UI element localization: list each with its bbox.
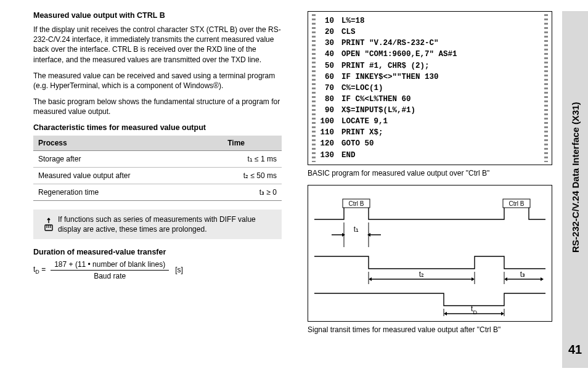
right-column: 10L%=1820CLS30PRINT "V.24/RS-232-C"40OPE… (299, 11, 562, 368)
code-line: 60IF INKEY$<>""THEN 130 (308, 71, 552, 83)
code-line: 100LOCATE 9,1 (308, 116, 552, 127)
para-intro-1: If the display unit receives the control… (33, 25, 282, 65)
svg-text:t₃: t₃ (520, 270, 525, 279)
code-line: 70C%=LOC(1) (308, 83, 552, 94)
page: Measured value output with CTRL B If the… (0, 0, 588, 379)
code-line: 30PRINT "V.24/RS-232-C" (308, 38, 552, 49)
para-intro-3: The basic program below shows the fundam… (33, 97, 282, 116)
th-process: Process (33, 136, 190, 151)
code-line: 90X$=INPUT$(L%,#1) (308, 105, 552, 116)
code-line: 50PRINT #1, CHR$ (2); (308, 60, 552, 71)
heading-ctrl-b: Measured value output with CTRL B (33, 11, 282, 20)
table-row: Measured value output after t₂ ≤ 50 ms (33, 167, 282, 184)
timing-diagram: Ctrl B Ctrl B t₁ t₂ (308, 185, 552, 322)
svg-text:Ctrl B: Ctrl B (349, 200, 364, 207)
char-times-table: Process Time Storage after t₁ ≤ 1 ms Mea… (33, 136, 282, 201)
th-time: Time (190, 136, 282, 151)
code-line: 40OPEN "COM1:9600,E,7" AS#1 (308, 49, 552, 60)
para-intro-2: The measured value can be received and s… (33, 71, 282, 91)
subhead-duration: Duration of measured-value transfer (33, 248, 282, 256)
code-line: 120GOTO 50 (308, 138, 552, 149)
basic-code-listing: 10L%=1820CLS30PRINT "V.24/RS-232-C"40OPE… (308, 11, 552, 165)
subhead-char-times: Characteristic times for measured value … (33, 123, 282, 132)
code-caption: BASIC program for measured value output … (308, 169, 557, 177)
note-text: If functions such as series of measureme… (58, 214, 276, 234)
diagram-caption: Signal transit times for measured value … (308, 325, 557, 334)
code-line: 20CLS (308, 26, 552, 38)
sidebar-title: RS-232-C/V.24 Data Interface (X31) (570, 22, 581, 333)
svg-text:t₁: t₁ (354, 225, 359, 234)
table-row: Regeneration time t₃ ≥ 0 (33, 184, 282, 200)
table-row: Storage after t₁ ≤ 1 ms (33, 150, 282, 167)
code-line: 130END (308, 150, 552, 161)
code-line: 80IF C%<L%THEN 60 (308, 94, 552, 105)
formula-td: tD = 187 + (11 • number of blank lines) … (33, 260, 282, 280)
code-line: 110PRINT X$; (308, 127, 552, 138)
svg-text:Ctrl B: Ctrl B (509, 200, 525, 207)
left-column: Measured value output with CTRL B If the… (33, 11, 299, 368)
code-line: 10L%=18 (308, 15, 552, 26)
sidebar-tab: RS-232-C/V.24 Data Interface (X31) 41 (562, 11, 588, 368)
attention-icon (39, 214, 58, 234)
svg-text:t₂: t₂ (419, 270, 424, 279)
page-number: 41 (568, 343, 582, 357)
note-box: If functions such as series of measureme… (33, 210, 282, 239)
